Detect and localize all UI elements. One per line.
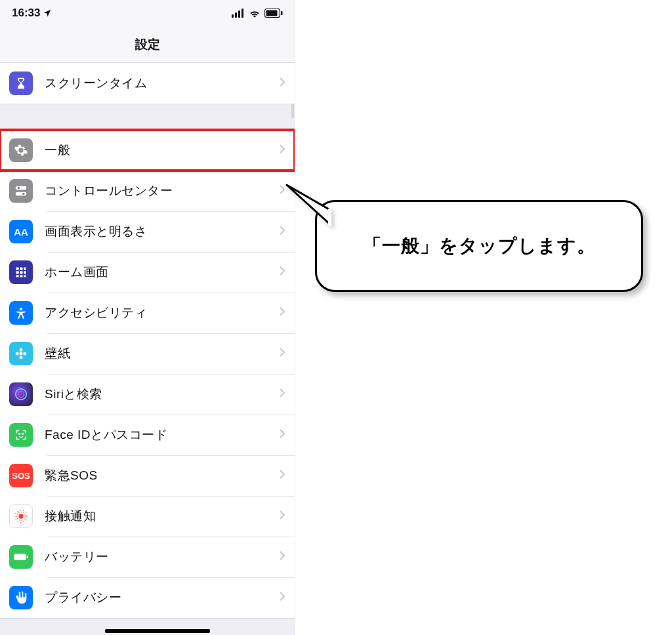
svg-rect-7 bbox=[16, 186, 27, 190]
row-label: バッテリー bbox=[45, 548, 279, 565]
battery-icon bbox=[264, 9, 283, 18]
chevron-right-icon bbox=[279, 306, 285, 319]
svg-rect-11 bbox=[16, 268, 19, 270]
svg-point-24 bbox=[16, 352, 19, 356]
phone-frame: 16:33 bbox=[0, 0, 295, 635]
settings-row-exposure[interactable]: 接触通知 bbox=[0, 496, 295, 537]
hourglass-icon bbox=[9, 72, 33, 95]
svg-rect-8 bbox=[16, 192, 27, 196]
grid-icon bbox=[9, 260, 33, 284]
siri-icon bbox=[9, 382, 33, 406]
svg-rect-6 bbox=[281, 11, 283, 15]
settings-row-siri[interactable]: Siriと検索 bbox=[0, 374, 295, 415]
settings-row-controlcenter[interactable]: コントロールセンター bbox=[0, 171, 295, 211]
settings-row-faceid[interactable]: Face IDとパスコード bbox=[0, 415, 295, 455]
chevron-right-icon bbox=[279, 510, 285, 523]
svg-point-25 bbox=[23, 352, 26, 356]
svg-rect-3 bbox=[242, 9, 243, 18]
aa-icon: AA bbox=[9, 220, 33, 243]
chevron-right-icon bbox=[279, 428, 285, 441]
chevron-right-icon bbox=[279, 266, 285, 279]
svg-rect-2 bbox=[238, 10, 240, 18]
sos-icon: SOS bbox=[9, 464, 33, 487]
svg-point-20 bbox=[20, 308, 22, 310]
row-label: プライバシー bbox=[45, 589, 279, 606]
svg-rect-34 bbox=[27, 556, 28, 559]
flower-icon bbox=[9, 342, 33, 365]
svg-rect-13 bbox=[24, 268, 26, 270]
svg-point-22 bbox=[20, 348, 23, 352]
svg-point-9 bbox=[18, 187, 20, 190]
hand-icon bbox=[9, 586, 33, 609]
chevron-right-icon bbox=[279, 144, 285, 157]
chevron-right-icon bbox=[279, 388, 285, 401]
svg-rect-5 bbox=[266, 10, 278, 16]
status-time: 16:33 bbox=[12, 7, 40, 20]
settings-row-display[interactable]: AA 画面表示と明るさ bbox=[0, 211, 295, 252]
svg-rect-1 bbox=[235, 12, 237, 18]
svg-point-30 bbox=[18, 514, 23, 518]
svg-point-23 bbox=[20, 356, 23, 359]
settings-row-accessibility[interactable]: アクセシビリティ bbox=[0, 293, 295, 333]
settings-row-sos[interactable]: SOS 緊急SOS bbox=[0, 455, 295, 496]
chevron-right-icon bbox=[279, 77, 285, 90]
settings-scroll[interactable]: スクリーンタイム 一般 コントロ bbox=[0, 63, 295, 635]
svg-rect-14 bbox=[16, 271, 19, 274]
svg-rect-15 bbox=[20, 271, 22, 274]
row-label: スクリーンタイム bbox=[45, 75, 279, 92]
cellular-icon bbox=[232, 9, 245, 18]
row-label: 接触通知 bbox=[45, 508, 279, 525]
svg-point-10 bbox=[22, 193, 25, 195]
settings-row-general[interactable]: 一般 bbox=[0, 130, 295, 171]
svg-rect-16 bbox=[24, 271, 26, 274]
settings-group-1: 一般 コントロールセンター AA 画面表示と明るさ bbox=[0, 129, 295, 619]
row-label: ホーム画面 bbox=[45, 264, 279, 281]
settings-row-battery[interactable]: バッテリー bbox=[0, 537, 295, 577]
location-icon bbox=[43, 9, 52, 18]
chevron-right-icon bbox=[279, 225, 285, 238]
exposure-icon bbox=[9, 504, 33, 528]
svg-rect-0 bbox=[232, 14, 234, 18]
row-label: 緊急SOS bbox=[45, 467, 279, 484]
settings-row-wallpaper[interactable]: 壁紙 bbox=[0, 333, 295, 374]
svg-rect-18 bbox=[20, 275, 22, 277]
status-bar: 16:33 bbox=[0, 0, 295, 26]
svg-point-29 bbox=[22, 434, 24, 435]
wifi-icon bbox=[249, 9, 261, 18]
battery-row-icon bbox=[9, 545, 33, 569]
svg-rect-33 bbox=[14, 554, 26, 560]
svg-rect-17 bbox=[16, 275, 19, 277]
redaction-bar bbox=[105, 629, 210, 633]
switches-icon bbox=[9, 179, 33, 203]
chevron-right-icon bbox=[279, 184, 285, 197]
settings-group-0: スクリーンタイム bbox=[0, 63, 295, 104]
callout-text: 「一般」をタップします。 bbox=[363, 234, 596, 258]
page-title: 設定 bbox=[135, 36, 160, 53]
person-icon bbox=[9, 301, 33, 325]
chevron-right-icon bbox=[279, 550, 285, 563]
chevron-right-icon bbox=[279, 591, 285, 604]
chevron-right-icon bbox=[279, 347, 285, 360]
row-label: 壁紙 bbox=[45, 345, 279, 362]
row-label: Siriと検索 bbox=[45, 386, 279, 403]
settings-row-homescreen[interactable]: ホーム画面 bbox=[0, 252, 295, 293]
instruction-callout: 「一般」をタップします。 bbox=[315, 200, 643, 292]
face-icon bbox=[9, 423, 33, 447]
row-label: アクセシビリティ bbox=[45, 304, 279, 321]
row-label: コントロールセンター bbox=[45, 182, 279, 199]
svg-point-26 bbox=[16, 389, 27, 400]
row-label: 画面表示と明るさ bbox=[45, 223, 279, 240]
chevron-right-icon bbox=[279, 469, 285, 482]
svg-point-21 bbox=[20, 352, 23, 356]
settings-row-privacy[interactable]: プライバシー bbox=[0, 577, 295, 618]
svg-point-27 bbox=[18, 391, 24, 397]
row-label: 一般 bbox=[45, 142, 279, 159]
settings-row-screentime[interactable]: スクリーンタイム bbox=[0, 63, 295, 104]
svg-rect-19 bbox=[24, 275, 26, 277]
group-spacer bbox=[0, 104, 295, 129]
gear-icon bbox=[9, 138, 33, 162]
svg-rect-12 bbox=[20, 268, 22, 270]
navbar: 設定 bbox=[0, 26, 295, 63]
row-label: Face IDとパスコード bbox=[45, 426, 279, 443]
svg-point-28 bbox=[19, 434, 20, 435]
